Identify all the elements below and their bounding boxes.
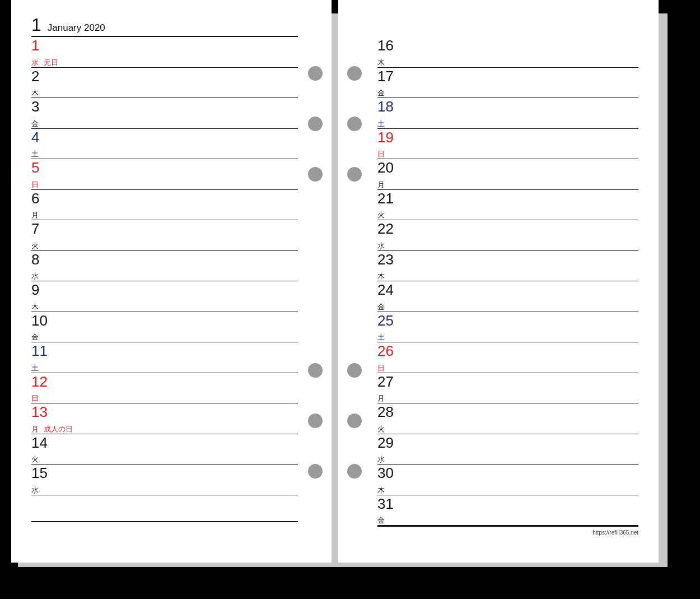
weekday-label: 火 <box>31 242 39 249</box>
holiday-label: 成人の日 <box>44 425 73 433</box>
weekday-label: 木 <box>377 272 385 280</box>
day-row: 7火 <box>31 220 298 251</box>
day-number: 20 <box>377 160 394 175</box>
day-number: 17 <box>377 69 394 83</box>
weekday-label: 月 <box>31 211 39 219</box>
day-number: 2 <box>31 69 39 83</box>
day-row: 13月成人の日 <box>31 403 298 434</box>
day-number: 7 <box>31 221 39 236</box>
day-row: 10金 <box>31 312 298 343</box>
day-row: 9木 <box>31 281 298 312</box>
day-row: 6月 <box>31 190 298 221</box>
day-number: 26 <box>377 343 394 358</box>
weekday-label: 水 <box>31 486 39 494</box>
weekday-label: 月 <box>31 425 39 433</box>
weekday-label: 月 <box>377 394 385 402</box>
day-number: 3 <box>31 99 39 114</box>
weekday-label: 木 <box>31 303 39 310</box>
weekday-label: 火 <box>377 425 385 433</box>
binder-hole <box>347 117 362 131</box>
day-number: 10 <box>31 313 48 328</box>
day-number: 19 <box>377 130 394 145</box>
weekday-label: 水 <box>31 272 39 280</box>
footer-rule-left <box>31 521 298 522</box>
weekday-label: 金 <box>377 517 385 524</box>
day-number: 15 <box>31 466 48 480</box>
weekday-label: 木 <box>377 59 385 66</box>
day-row: 24金 <box>377 281 638 312</box>
footer-url: https://refill365.net <box>592 530 638 536</box>
day-row: 14火 <box>31 434 298 465</box>
day-number: 5 <box>31 160 39 175</box>
weekday-label: 火 <box>31 456 39 463</box>
right-day-list: 16木17金18土19日20月21火22水23木24金25土26日27月28火2… <box>377 37 638 526</box>
weekday-label: 金 <box>377 303 385 310</box>
binder-hole <box>347 414 362 428</box>
day-row: 4土 <box>31 129 298 160</box>
page-header: 1 January 2020 <box>31 15 298 37</box>
weekday-label: 金 <box>377 89 385 96</box>
day-number: 30 <box>377 466 394 480</box>
weekday-label: 日 <box>377 364 385 372</box>
binder-holes-right <box>347 0 362 563</box>
day-row: 2木 <box>31 68 298 99</box>
left-content: 1 January 2020 1水元日2木3金4土5日6月7火8水9木10金11… <box>31 15 298 542</box>
day-row: 8水 <box>31 251 298 282</box>
day-number: 4 <box>31 130 39 145</box>
day-number: 9 <box>31 282 39 297</box>
binder-hole <box>308 414 323 428</box>
left-day-list: 1水元日2木3金4土5日6月7火8水9木10金11土12日13月成人の日14火1… <box>31 37 298 495</box>
binder-hole <box>308 66 323 81</box>
weekday-label: 日 <box>377 150 385 157</box>
day-number: 11 <box>31 343 48 358</box>
weekday-label: 水 <box>377 456 385 463</box>
day-number: 22 <box>377 221 394 236</box>
day-number: 1 <box>31 38 39 53</box>
weekday-label: 土 <box>31 364 39 372</box>
day-number: 18 <box>377 99 394 114</box>
day-row: 26日 <box>377 342 638 373</box>
planner-spread: 1 January 2020 1水元日2木3金4土5日6月7火8水9木10金11… <box>0 0 700 599</box>
weekday-label: 月 <box>377 181 385 188</box>
day-row: 28火 <box>377 403 638 434</box>
day-row: 23木 <box>377 251 638 282</box>
day-number: 16 <box>377 38 394 53</box>
weekday-label: 木 <box>31 89 39 96</box>
weekday-label: 金 <box>31 120 39 127</box>
day-row: 30木 <box>377 465 638 495</box>
weekday-label: 土 <box>377 333 385 341</box>
weekday-label: 火 <box>377 211 385 219</box>
day-row: 5日 <box>31 159 298 190</box>
day-number: 13 <box>31 405 48 419</box>
day-number: 29 <box>377 435 394 450</box>
day-row: 31金 <box>377 495 638 526</box>
binder-holes-left <box>308 0 323 563</box>
weekday-label: 金 <box>31 333 39 341</box>
weekday-label: 土 <box>31 150 39 157</box>
weekday-label: 日 <box>31 394 39 402</box>
day-number: 24 <box>377 282 394 297</box>
day-row: 1水元日 <box>31 37 298 68</box>
holiday-label: 元日 <box>44 59 58 66</box>
day-number: 25 <box>377 313 394 328</box>
day-row: 27月 <box>377 373 638 404</box>
day-number: 23 <box>377 252 394 267</box>
weekday-label: 水 <box>377 242 385 249</box>
binder-hole <box>347 363 362 378</box>
month-label: January 2020 <box>48 22 105 34</box>
left-page: 1 January 2020 1水元日2木3金4土5日6月7火8水9木10金11… <box>11 0 332 563</box>
binder-hole <box>347 66 362 81</box>
day-row: 15水 <box>31 465 298 495</box>
day-row: 19日 <box>377 129 638 160</box>
day-row: 18土 <box>377 98 638 129</box>
day-number: 6 <box>31 191 39 206</box>
day-row: 12日 <box>31 373 298 404</box>
weekday-label: 木 <box>377 486 385 494</box>
day-row: 20月 <box>377 159 638 190</box>
day-row: 3金 <box>31 98 298 129</box>
day-row: 25土 <box>377 312 638 343</box>
binder-hole <box>308 464 323 479</box>
day-number: 12 <box>31 374 48 389</box>
day-number: 14 <box>31 435 48 450</box>
day-row: 22水 <box>377 220 638 251</box>
